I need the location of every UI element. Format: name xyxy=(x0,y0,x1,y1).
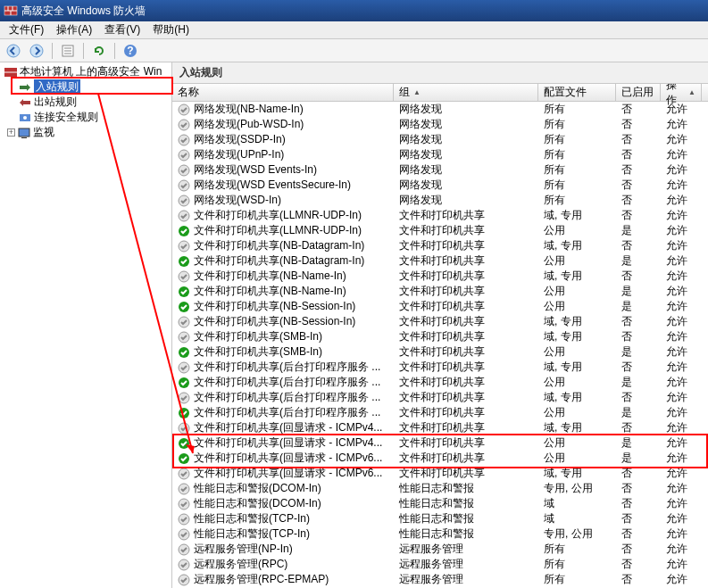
menu-action[interactable]: 操作(A) xyxy=(51,21,97,38)
rule-group: 文件和打印机共享 xyxy=(394,390,538,405)
rules-list[interactable]: 名称 组▲ 配置文件 已启用 操作▲ 网络发现(NB-Name-In)网络发现所… xyxy=(172,84,708,588)
rule-name: 文件和打印机共享(LLMNR-UDP-In) xyxy=(194,223,362,238)
table-row[interactable]: 性能日志和警报(TCP-In)性能日志和警报专用, 公用否允许 xyxy=(172,526,708,542)
rule-action: 允许 xyxy=(661,147,702,162)
rule-name: 文件和打印机共享(LLMNR-UDP-In) xyxy=(194,208,362,223)
table-row[interactable]: 文件和打印机共享(回显请求 - ICMPv4...文件和打印机共享公用是允许 xyxy=(172,435,708,451)
table-row[interactable]: 远程服务管理(RPC)远程服务管理所有否允许 xyxy=(172,557,708,572)
table-row[interactable]: 文件和打印机共享(后台打印程序服务 ...文件和打印机共享域, 专用否允许 xyxy=(172,390,708,405)
disabled-icon xyxy=(178,210,190,222)
table-row[interactable]: 网络发现(Pub-WSD-In)网络发现所有否允许 xyxy=(172,117,708,132)
table-row[interactable]: 网络发现(UPnP-In)网络发现所有否允许 xyxy=(172,147,708,162)
rule-enabled: 否 xyxy=(616,208,661,223)
table-row[interactable]: 文件和打印机共享(SMB-In)文件和打印机共享公用是允许 xyxy=(172,344,708,360)
table-row[interactable]: 网络发现(NB-Name-In)网络发现所有否允许 xyxy=(172,102,708,117)
rule-profile: 所有 xyxy=(538,193,616,208)
disabled-icon xyxy=(178,543,190,556)
enabled-icon xyxy=(178,346,190,359)
disabled-icon xyxy=(178,392,190,404)
toolbar-separator xyxy=(83,43,84,59)
back-button[interactable] xyxy=(4,41,23,61)
table-row[interactable]: 网络发现(WSD-In)网络发现所有否允许 xyxy=(172,193,708,208)
column-header-enabled[interactable]: 已启用 xyxy=(616,84,661,101)
column-header-profile[interactable]: 配置文件 xyxy=(538,84,616,101)
enabled-icon xyxy=(178,407,190,419)
rule-enabled: 是 xyxy=(616,299,661,314)
disabled-icon xyxy=(178,361,190,374)
rule-action: 允许 xyxy=(661,178,702,193)
menu-help[interactable]: 帮助(H) xyxy=(147,21,195,38)
table-row[interactable]: 远程服务管理(RPC-EPMAP)远程服务管理所有否允许 xyxy=(172,572,708,587)
rule-name: 文件和打印机共享(回显请求 - ICMPv6... xyxy=(194,466,382,481)
column-header-name[interactable]: 名称 xyxy=(172,84,394,101)
rule-name: 网络发现(WSD-In) xyxy=(194,193,281,208)
rule-action: 允许 xyxy=(661,132,702,147)
table-row[interactable]: 网络发现(WSD EventsSecure-In)网络发现所有否允许 xyxy=(172,178,708,193)
table-row[interactable]: 远程服务管理(NP-In)远程服务管理所有否允许 xyxy=(172,542,708,557)
rule-enabled: 否 xyxy=(616,542,661,557)
menu-file[interactable]: 文件(F) xyxy=(4,21,49,38)
rule-profile: 域, 专用 xyxy=(538,329,616,344)
rule-name: 文件和打印机共享(回显请求 - ICMPv6... xyxy=(194,451,382,466)
rule-profile: 专用, 公用 xyxy=(538,526,616,542)
rule-profile: 公用 xyxy=(538,253,616,269)
navigation-tree[interactable]: 本地计算机 上的高级安全 Win 入站规则 出站规则 连接安全规则 + 监视 xyxy=(0,62,172,588)
table-row[interactable]: 网络发现(SSDP-In)网络发现所有否允许 xyxy=(172,132,708,147)
window-title: 高级安全 Windows 防火墙 xyxy=(21,4,146,19)
rule-enabled: 否 xyxy=(616,466,661,481)
rule-action: 允许 xyxy=(661,238,702,253)
rule-profile: 公用 xyxy=(538,435,616,451)
table-row[interactable]: 文件和打印机共享(后台打印程序服务 ...文件和打印机共享公用是允许 xyxy=(172,405,708,420)
rule-name: 网络发现(UPnP-In) xyxy=(194,147,284,162)
table-row[interactable]: 性能日志和警报(DCOM-In)性能日志和警报域否允许 xyxy=(172,496,708,511)
rule-group: 文件和打印机共享 xyxy=(394,375,538,390)
table-row[interactable]: 文件和打印机共享(NB-Session-In)文件和打印机共享域, 专用否允许 xyxy=(172,314,708,329)
table-row[interactable]: 文件和打印机共享(SMB-In)文件和打印机共享域, 专用否允许 xyxy=(172,329,708,344)
expand-icon[interactable]: + xyxy=(7,128,15,137)
table-row[interactable]: 文件和打印机共享(回显请求 - ICMPv6...文件和打印机共享公用是允许 xyxy=(172,451,708,466)
properties-button[interactable] xyxy=(58,41,78,61)
table-row[interactable]: 文件和打印机共享(后台打印程序服务 ...文件和打印机共享域, 专用否允许 xyxy=(172,360,708,375)
tree-item-monitoring[interactable]: + 监视 xyxy=(0,125,171,140)
tree-root[interactable]: 本地计算机 上的高级安全 Win xyxy=(0,64,171,79)
table-row[interactable]: 性能日志和警报(TCP-In)性能日志和警报域否允许 xyxy=(172,511,708,526)
rule-enabled: 否 xyxy=(616,557,661,572)
table-row[interactable]: 网络发现(WSD Events-In)网络发现所有否允许 xyxy=(172,162,708,178)
rule-action: 允许 xyxy=(661,208,702,223)
refresh-button[interactable] xyxy=(89,41,109,61)
menu-view[interactable]: 查看(V) xyxy=(99,21,146,38)
table-row[interactable]: 文件和打印机共享(NB-Session-In)文件和打印机共享公用是允许 xyxy=(172,299,708,314)
rule-group: 文件和打印机共享 xyxy=(394,238,538,253)
disabled-icon xyxy=(178,331,190,344)
table-row[interactable]: 文件和打印机共享(NB-Name-In)文件和打印机共享公用是允许 xyxy=(172,284,708,299)
table-row[interactable]: 文件和打印机共享(LLMNR-UDP-In)文件和打印机共享域, 专用否允许 xyxy=(172,208,708,223)
rule-group: 文件和打印机共享 xyxy=(394,223,538,238)
tree-item-outbound[interactable]: 出站规则 xyxy=(0,95,171,110)
table-row[interactable]: 文件和打印机共享(LLMNR-UDP-In)文件和打印机共享公用是允许 xyxy=(172,223,708,238)
help-button[interactable]: ? xyxy=(121,41,140,61)
table-row[interactable]: 文件和打印机共享(NB-Name-In)文件和打印机共享域, 专用否允许 xyxy=(172,269,708,284)
table-row[interactable]: 文件和打印机共享(回显请求 - ICMPv6...文件和打印机共享域, 专用否允… xyxy=(172,466,708,481)
toolbar: ? xyxy=(0,39,708,62)
column-header-action[interactable]: 操作▲ xyxy=(661,84,702,101)
table-row[interactable]: 文件和打印机共享(NB-Datagram-In)文件和打印机共享公用是允许 xyxy=(172,253,708,269)
forward-button[interactable] xyxy=(27,41,46,61)
rule-group: 文件和打印机共享 xyxy=(394,299,538,314)
column-header-group[interactable]: 组▲ xyxy=(394,84,538,101)
rule-name: 网络发现(WSD Events-In) xyxy=(194,162,317,178)
rule-enabled: 是 xyxy=(616,451,661,466)
table-row[interactable]: 性能日志和警报(DCOM-In)性能日志和警报专用, 公用否允许 xyxy=(172,481,708,496)
tree-root-label: 本地计算机 上的高级安全 Win xyxy=(20,64,162,79)
rule-group: 文件和打印机共享 xyxy=(394,284,538,299)
table-row[interactable]: 文件和打印机共享(后台打印程序服务 ...文件和打印机共享公用是允许 xyxy=(172,375,708,390)
tree-item-inbound[interactable]: 入站规则 xyxy=(0,79,171,95)
rule-profile: 公用 xyxy=(538,299,616,314)
rule-group: 性能日志和警报 xyxy=(394,496,538,511)
rule-group: 文件和打印机共享 xyxy=(394,451,538,466)
tree-item-connection-security[interactable]: 连接安全规则 xyxy=(0,110,171,125)
rule-group: 网络发现 xyxy=(394,147,538,162)
table-row[interactable]: 文件和打印机共享(NB-Datagram-In)文件和打印机共享域, 专用否允许 xyxy=(172,238,708,253)
disabled-icon xyxy=(178,134,190,146)
table-row[interactable]: 文件和打印机共享(回显请求 - ICMPv4...文件和打印机共享域, 专用否允… xyxy=(172,420,708,435)
rule-enabled: 否 xyxy=(616,162,661,178)
